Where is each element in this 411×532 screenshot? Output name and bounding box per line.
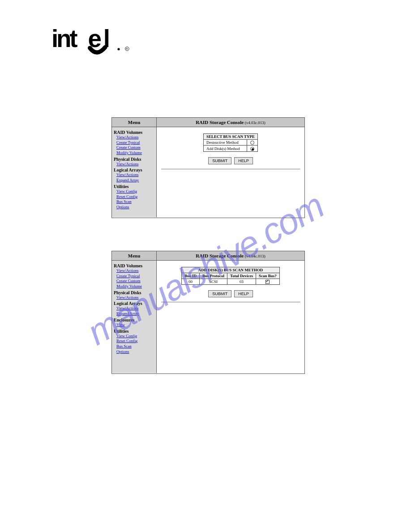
row-destructive: Destructive Method bbox=[204, 140, 247, 146]
sidebar-cat-physical-disks: Physical Disks bbox=[114, 157, 154, 162]
sidebar-link-reset-config[interactable]: Reset Config bbox=[116, 194, 154, 200]
radio-destructive[interactable] bbox=[247, 140, 257, 146]
sidebar-link-view-config[interactable]: View Config bbox=[116, 189, 154, 194]
th-total-devices: Total Devices bbox=[227, 273, 256, 279]
sidebar-cat-raid-volumes: RAID Volumes bbox=[114, 263, 154, 268]
sidebar-link-pd-view-actions[interactable]: View/Actions bbox=[116, 295, 154, 300]
th-bus-protocol: Bus Protocol bbox=[199, 273, 227, 279]
sidebar-link-la-view-actions[interactable]: View/Actions bbox=[116, 306, 154, 311]
svg-point-3 bbox=[117, 48, 120, 50]
sidebar-link-bus-scan[interactable]: Bus Scan bbox=[116, 344, 154, 349]
sidebar-link-enclosures-view[interactable]: View bbox=[116, 322, 154, 328]
add-disks-table: ADD DISK(S) BUS SCAN METHOD Bus ID Bus P… bbox=[181, 267, 280, 285]
svg-text:int: int bbox=[51, 25, 77, 52]
table-title: ADD DISK(S) BUS SCAN METHOD bbox=[182, 267, 280, 273]
console-title: RAID Storage Console (v4.04c.013) bbox=[157, 251, 304, 260]
sidebar-cat-logical-arrays: Logical Arrays bbox=[114, 167, 154, 172]
help-button[interactable]: HELP bbox=[234, 290, 253, 297]
sidebar-link-options[interactable]: Options bbox=[116, 349, 154, 355]
main-panel: ADD DISK(S) BUS SCAN METHOD Bus ID Bus P… bbox=[157, 261, 304, 373]
raid-console-2: Menu RAID Storage Console (v4.04c.013) R… bbox=[111, 251, 305, 374]
sidebar-cat-utilities: Utilities bbox=[114, 329, 154, 334]
sidebar-link-create-typical[interactable]: Create Typical bbox=[116, 140, 154, 146]
th-scan-bus: Scan Bus? bbox=[256, 273, 280, 279]
sidebar-link-view-actions[interactable]: View/Actions bbox=[116, 135, 154, 140]
sidebar-link-create-typical[interactable]: Create Typical bbox=[116, 274, 154, 279]
divider bbox=[161, 169, 300, 169]
divider bbox=[161, 302, 300, 302]
bus-scan-type-table: SELECT BUS SCAN TYPE Destructive Method … bbox=[203, 133, 258, 152]
sidebar-link-expand-array[interactable]: Expand Array bbox=[116, 311, 154, 317]
sidebar-link-bus-scan[interactable]: Bus Scan bbox=[116, 199, 154, 205]
submit-button[interactable]: SUBMIT bbox=[208, 290, 231, 297]
help-button[interactable]: HELP bbox=[234, 157, 253, 164]
main-panel: SELECT BUS SCAN TYPE Destructive Method … bbox=[157, 127, 304, 217]
sidebar-link-view-actions[interactable]: View/Actions bbox=[116, 268, 154, 274]
sidebar-cat-utilities: Utilities bbox=[114, 184, 154, 189]
sidebar-link-pd-view-actions[interactable]: View/Actions bbox=[116, 162, 154, 167]
menu-header: Menu bbox=[112, 118, 157, 127]
sidebar-link-expand-array[interactable]: Expand Array bbox=[116, 178, 154, 183]
sidebar-cat-logical-arrays: Logical Arrays bbox=[114, 301, 154, 306]
radio-add-disks[interactable] bbox=[247, 146, 257, 151]
sidebar-link-view-config[interactable]: View Config bbox=[116, 334, 154, 339]
sidebar-link-reset-config[interactable]: Reset Config bbox=[116, 339, 154, 344]
row-add-disks: Add Disk(s) Method bbox=[204, 146, 247, 151]
console-title-version: (v4.04c.013) bbox=[245, 254, 265, 258]
sidebar-link-la-view-actions[interactable]: View/Actions bbox=[116, 172, 154, 178]
console-title: RAID Storage Console (v4.03c.013) bbox=[157, 118, 304, 127]
sidebar-link-create-custom[interactable]: Create Custom bbox=[116, 279, 154, 284]
menu-header: Menu bbox=[112, 251, 157, 260]
td-total-devices: 03 bbox=[227, 279, 256, 285]
td-bus-id: 00 bbox=[182, 279, 200, 285]
sidebar: RAID Volumes View/Actions Create Typical… bbox=[112, 127, 157, 217]
table-title: SELECT BUS SCAN TYPE bbox=[204, 134, 258, 140]
sidebar: RAID Volumes View/Actions Create Typical… bbox=[112, 261, 157, 373]
console-title-bold: RAID Storage Console bbox=[196, 253, 244, 258]
console-title-bold: RAID Storage Console bbox=[196, 120, 244, 125]
sidebar-link-modify-volume[interactable]: Modify Volume bbox=[116, 150, 154, 156]
sidebar-cat-enclosures: Enclosures bbox=[114, 317, 154, 322]
svg-text:R: R bbox=[126, 47, 128, 50]
chk-scan-bus[interactable] bbox=[256, 279, 280, 285]
submit-button[interactable]: SUBMIT bbox=[208, 157, 231, 164]
sidebar-link-create-custom[interactable]: Create Custom bbox=[116, 145, 154, 150]
sidebar-cat-physical-disks: Physical Disks bbox=[114, 290, 154, 295]
td-bus-protocol: SCSI bbox=[199, 279, 227, 285]
raid-console-1: Menu RAID Storage Console (v4.03c.013) R… bbox=[111, 117, 305, 218]
sidebar-link-modify-volume[interactable]: Modify Volume bbox=[116, 284, 154, 289]
console-title-version: (v4.03c.013) bbox=[245, 120, 265, 125]
sidebar-link-options[interactable]: Options bbox=[116, 205, 154, 210]
th-bus-id: Bus ID bbox=[182, 273, 200, 279]
intel-logo: int e l R bbox=[51, 25, 137, 56]
sidebar-cat-raid-volumes: RAID Volumes bbox=[114, 130, 154, 135]
